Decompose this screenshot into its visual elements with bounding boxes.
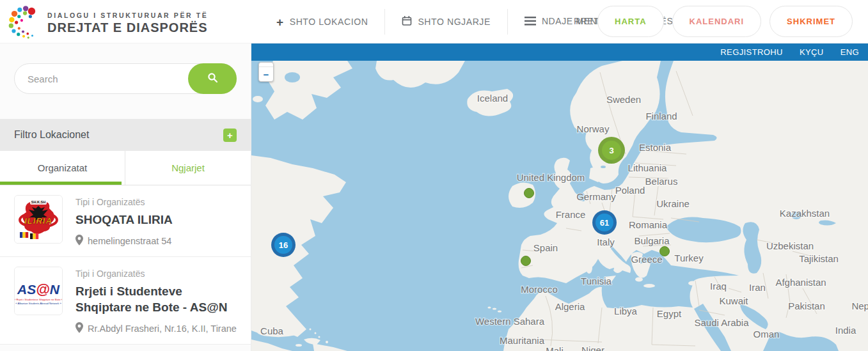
plus-icon: +: [276, 16, 284, 28]
logo-dots-icon: [5, 3, 41, 43]
zoom-in-button-clipped[interactable]: [259, 63, 273, 67]
header: DIALOGU I STRUKTURUAR PËR TË DREJTAT E D…: [0, 0, 868, 43]
harta-button[interactable]: HARTA: [597, 6, 664, 37]
iliria-logo-main-text: ILIRIA: [24, 216, 52, 226]
nav-add-location[interactable]: + SHTO LOKACION: [276, 16, 368, 28]
location-pin-icon: [75, 322, 83, 335]
tab-events[interactable]: Ngjarjet: [125, 151, 251, 185]
hamburger-icon: [525, 17, 536, 27]
shkrimet-button[interactable]: SHKRIMET: [769, 6, 853, 37]
org-address: hemelingenstraat 54: [88, 236, 171, 246]
asan-logo-at: @: [36, 281, 49, 297]
logo-line1: DIALOGU I STRUKTURUAR PËR TË: [47, 12, 208, 19]
account-bar: REGJISTROHU KYÇU ENG: [251, 43, 868, 61]
nav-divider: [507, 9, 508, 35]
register-link[interactable]: REGJISTROHU: [720, 47, 783, 57]
filter-title: Filtro Lokacionet: [14, 129, 89, 141]
asan-logo-n: N: [50, 282, 60, 297]
nav-add-location-label: SHTO LOKACION: [290, 17, 368, 27]
active-tab-underline: [0, 182, 122, 185]
map-zoom-control[interactable]: −: [258, 62, 274, 82]
search-icon: [207, 72, 218, 85]
org-title: SHOQATA ILIRIA: [75, 212, 173, 228]
language-link[interactable]: ENG: [840, 47, 859, 57]
org-title: Rrjeti i Studenteve Shqiptare ne Bote - …: [75, 283, 237, 315]
map-marker-dot[interactable]: [525, 189, 534, 198]
asan-logo: AS@N « Rrjeti i Studenteve Shqiptare ne …: [14, 267, 63, 315]
zoom-out-button[interactable]: −: [259, 67, 273, 81]
iliria-logo-chip-text: SH.K.SH: [31, 200, 45, 204]
iliria-logo: SH.K.SH ILIRIA: [14, 195, 63, 244]
map-cluster-marker[interactable]: 61: [592, 210, 617, 235]
page: DIALOGU I STRUKTURUAR PËR TË DREJTAT E D…: [0, 0, 868, 351]
map-marker-dot[interactable]: [521, 256, 531, 266]
map-cluster-marker[interactable]: 16: [271, 233, 296, 257]
map-cluster-marker[interactable]: 3: [598, 137, 625, 164]
location-pin-icon: [75, 235, 83, 247]
org-type-label: Tipi i Organizatës: [75, 197, 173, 207]
asan-logo-as: AS: [17, 282, 36, 297]
svg-text:AS@N: AS@N: [17, 281, 60, 297]
map-canvas[interactable]: IcelandNorwaySwedenFinlandEstoniaLithuan…: [251, 61, 868, 351]
org-address: Rr.Abdyl Frasheri, Nr.16, K.II, Tirane: [88, 324, 237, 334]
logo-line2: DREJTAT E DIASPORËS: [47, 20, 208, 35]
tab-organizations[interactable]: Organizatat: [0, 151, 125, 185]
org-type-label: Tipi i Organizatës: [75, 269, 237, 279]
map-marker-dot[interactable]: [660, 247, 670, 256]
organization-list: SH.K.SH ILIRIA Tipi i Organizatës SHOQAT…: [0, 185, 251, 345]
nav-divider: [384, 9, 385, 35]
site-logo[interactable]: DIALOGU I STRUKTURUAR PËR TË DREJTAT E D…: [5, 3, 208, 43]
kalendari-button[interactable]: KALENDARI: [672, 6, 762, 37]
nav-add-event-label: SHTO NGJARJE: [418, 17, 491, 27]
list-item-asan[interactable]: AS@N « Rrjeti i Studenteve Shqiptare ne …: [0, 257, 251, 345]
sidebar: Filtro Lokacionet + Organizatat Ngjarjet…: [0, 43, 251, 351]
list-item-shoqata-iliria[interactable]: SH.K.SH ILIRIA Tipi i Organizatës SHOQAT…: [0, 185, 251, 257]
filter-band: Filtro Lokacionet +: [0, 119, 251, 151]
search-box: [14, 63, 237, 94]
asan-logo-sub1: « Rrjeti i Studenteve Shqiptare ne Bote …: [15, 298, 62, 301]
calendar-icon: [402, 15, 412, 28]
add-filter-button[interactable]: +: [223, 129, 237, 142]
search-button[interactable]: [188, 63, 237, 94]
header-buttons: HARTA KALENDARI SHKRIMET: [597, 6, 853, 37]
asan-logo-sub2: « Albanian Students Abroad Network »: [15, 302, 61, 305]
sidebar-tabs: Organizatat Ngjarjet: [0, 151, 251, 185]
nav-add-event[interactable]: SHTO NGJARJE: [402, 15, 491, 28]
login-link[interactable]: KYÇU: [800, 47, 824, 57]
